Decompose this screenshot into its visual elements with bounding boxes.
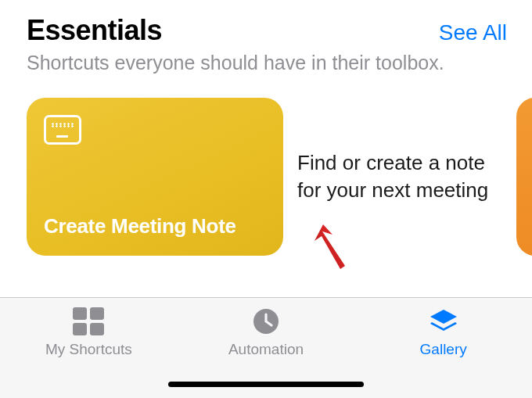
tab-label: Gallery — [420, 341, 467, 358]
tab-bar-container: My Shortcuts Automation Gallery — [0, 297, 532, 398]
tab-bar: My Shortcuts Automation Gallery — [0, 298, 532, 398]
section-subtitle: Shortcuts everyone should have in their … — [0, 50, 532, 74]
see-all-link[interactable]: See All — [439, 20, 507, 45]
clock-icon — [250, 306, 282, 337]
section-title: Essentials — [27, 14, 162, 47]
shortcut-card-title: Create Meeting Note — [44, 214, 266, 238]
shortcut-card-create-meeting-note[interactable]: Create Meeting Note — [27, 98, 283, 256]
shortcut-card-description: Find or create a note for your next meet… — [297, 149, 501, 204]
tab-label: My Shortcuts — [45, 341, 132, 358]
grid-icon — [72, 306, 105, 337]
stack-icon — [427, 306, 460, 337]
shortcut-card-peek[interactable] — [516, 98, 532, 256]
tab-gallery[interactable]: Gallery — [354, 306, 532, 398]
section-header: Essentials See All — [0, 0, 532, 50]
cards-row: Create Meeting Note Find or create a not… — [0, 74, 532, 256]
keyboard-icon — [44, 115, 81, 145]
tab-my-shortcuts[interactable]: My Shortcuts — [0, 306, 178, 398]
home-indicator[interactable] — [168, 382, 364, 387]
tab-label: Automation — [228, 341, 304, 358]
